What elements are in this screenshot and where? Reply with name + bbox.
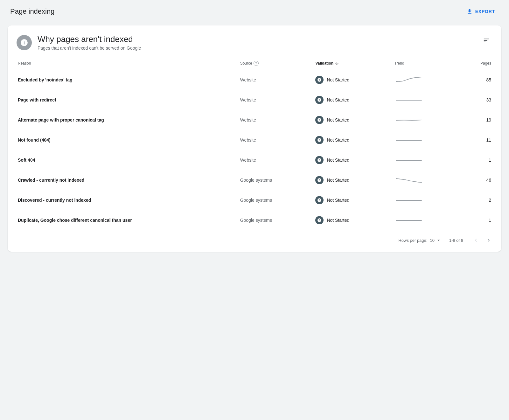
card-header: Why pages aren't indexed Pages that aren…: [8, 25, 501, 57]
validation-status-icon: [315, 76, 324, 84]
validation-status-icon: [315, 96, 324, 104]
reason-cell: Excluded by 'noindex' tag: [13, 70, 235, 90]
validation-status-text: Not Started: [327, 178, 349, 183]
validation-status-text: Not Started: [327, 158, 349, 163]
info-icon-circle: [17, 35, 32, 50]
th-validation: Validation: [310, 57, 389, 70]
pages-cell: 33: [459, 90, 496, 110]
rows-per-page-label: Rows per page:: [398, 238, 427, 243]
source-cell: Google systems: [235, 170, 310, 190]
table-row[interactable]: Soft 404 Website Not Started 1: [13, 150, 496, 170]
validation-cell: Not Started: [310, 70, 389, 90]
exclamation-icon: [317, 138, 322, 142]
th-reason: Reason: [13, 57, 235, 70]
page-header: Page indexing EXPORT: [0, 0, 509, 23]
table-row[interactable]: Crawled - currently not indexed Google s…: [13, 170, 496, 190]
trend-cell: [389, 190, 459, 210]
table-row[interactable]: Duplicate, Google chose different canoni…: [13, 210, 496, 230]
trend-chart: [394, 95, 423, 105]
export-label: EXPORT: [475, 9, 495, 14]
exclamation-icon: [317, 98, 322, 102]
source-cell: Google systems: [235, 190, 310, 210]
th-pages: Pages: [459, 57, 496, 70]
reason-cell: Soft 404: [13, 150, 235, 170]
validation-status-icon: [315, 196, 324, 204]
trend-cell: [389, 110, 459, 130]
validation-status-text: Not Started: [327, 137, 349, 143]
source-cell: Website: [235, 150, 310, 170]
table-row[interactable]: Alternate page with proper canonical tag…: [13, 110, 496, 130]
validation-status-text: Not Started: [327, 77, 349, 82]
source-cell: Website: [235, 130, 310, 150]
reason-cell: Page with redirect: [13, 90, 235, 110]
trend-chart: [394, 155, 423, 165]
exclamation-icon: [317, 198, 322, 202]
th-source: Source ?: [235, 57, 310, 70]
source-help-icon[interactable]: ?: [254, 61, 259, 66]
card-subtitle: Pages that aren't indexed can't be serve…: [38, 46, 141, 51]
exclamation-icon: [317, 118, 322, 122]
page-title: Page indexing: [10, 7, 54, 16]
validation-status-text: Not Started: [327, 198, 349, 203]
validation-status-text: Not Started: [327, 218, 349, 223]
trend-cell: [389, 130, 459, 150]
chevron-left-icon: [473, 237, 479, 243]
pagination-arrows: [471, 235, 494, 245]
pages-cell: 46: [459, 170, 496, 190]
validation-cell: Not Started: [310, 170, 389, 190]
table-header: Reason Source ? Validation: [13, 57, 496, 70]
table-row[interactable]: Discovered - currently not indexed Googl…: [13, 190, 496, 210]
validation-status-icon: [315, 216, 324, 224]
trend-chart: [394, 195, 423, 205]
pages-cell: 1: [459, 150, 496, 170]
rows-per-page-dropdown[interactable]: 10: [430, 237, 441, 243]
trend-cell: [389, 70, 459, 90]
reason-cell: Duplicate, Google chose different canoni…: [13, 210, 235, 230]
rows-per-page: Rows per page: 10: [398, 237, 442, 243]
indexing-table: Reason Source ? Validation: [13, 57, 496, 230]
trend-chart: [394, 135, 423, 145]
trend-chart: [394, 215, 423, 225]
reason-cell: Not found (404): [13, 130, 235, 150]
filter-icon: [483, 37, 490, 44]
prev-page-button[interactable]: [471, 235, 481, 245]
info-icon: [20, 38, 28, 47]
trend-cell: [389, 90, 459, 110]
validation-cell: Not Started: [310, 150, 389, 170]
dropdown-icon: [436, 237, 442, 243]
validation-status-text: Not Started: [327, 97, 349, 102]
trend-cell: [389, 150, 459, 170]
trend-chart: [394, 175, 423, 185]
validation-status-icon: [315, 156, 324, 164]
reason-cell: Alternate page with proper canonical tag: [13, 110, 235, 130]
validation-status-icon: [315, 176, 324, 184]
exclamation-icon: [317, 178, 322, 182]
validation-cell: Not Started: [310, 130, 389, 150]
card-header-left: Why pages aren't indexed Pages that aren…: [17, 34, 141, 51]
table-body: Excluded by 'noindex' tag Website Not St…: [13, 70, 496, 230]
table-row[interactable]: Not found (404) Website Not Started 11: [13, 130, 496, 150]
card-title-group: Why pages aren't indexed Pages that aren…: [38, 34, 141, 51]
trend-cell: [389, 170, 459, 190]
pages-cell: 19: [459, 110, 496, 130]
source-cell: Google systems: [235, 210, 310, 230]
export-icon: [466, 8, 473, 15]
validation-cell: Not Started: [310, 190, 389, 210]
source-cell: Website: [235, 70, 310, 90]
pagination-row: Rows per page: 10 1-8 of 8: [8, 230, 501, 247]
main-card: Why pages aren't indexed Pages that aren…: [8, 25, 501, 252]
exclamation-icon: [317, 78, 322, 82]
export-button[interactable]: EXPORT: [463, 6, 499, 17]
validation-status-text: Not Started: [327, 117, 349, 122]
pages-cell: 2: [459, 190, 496, 210]
next-page-button[interactable]: [484, 235, 494, 245]
reason-cell: Crawled - currently not indexed: [13, 170, 235, 190]
th-trend: Trend: [389, 57, 459, 70]
trend-chart: [394, 115, 423, 125]
filter-button[interactable]: [480, 34, 492, 47]
table-row[interactable]: Page with redirect Website Not Started 3…: [13, 90, 496, 110]
trend-chart: [394, 75, 423, 85]
source-cell: Website: [235, 90, 310, 110]
table-row[interactable]: Excluded by 'noindex' tag Website Not St…: [13, 70, 496, 90]
rows-per-page-value: 10: [430, 238, 434, 243]
